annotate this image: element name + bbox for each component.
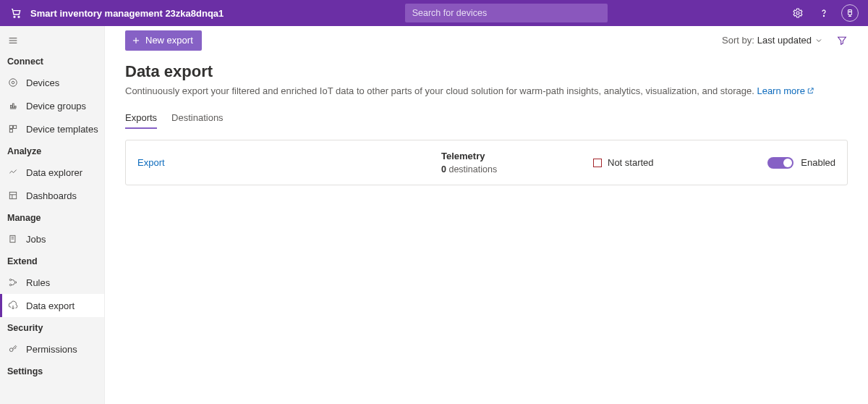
app-header: Smart inventory management 23zka8dnqa1 (0, 0, 868, 26)
telemetry-title: Telemetry (441, 151, 593, 161)
sort-by-dropdown[interactable]: Sort by: Last updated (722, 35, 823, 46)
sort-by-value: Last updated (757, 35, 812, 46)
page-title: Data export (125, 62, 848, 81)
export-name-link[interactable]: Export (137, 157, 165, 168)
svg-point-9 (12, 81, 14, 84)
sidebar-item-label: Device templates (26, 124, 98, 135)
svg-rect-11 (11, 105, 12, 108)
device-groups-icon (7, 100, 19, 111)
new-export-button[interactable]: New export (125, 30, 202, 51)
new-export-label: New export (145, 35, 193, 46)
search-box[interactable] (405, 4, 608, 22)
main-content: New export Sort by: Last updated Data ex… (105, 26, 868, 404)
export-enabled-cell: Enabled (741, 157, 835, 169)
sort-by-prefix: Sort by: (722, 35, 754, 46)
export-status-cell: Not started (593, 157, 741, 168)
not-started-icon (593, 159, 602, 167)
svg-point-2 (796, 12, 799, 14)
svg-rect-12 (12, 104, 14, 108)
svg-rect-17 (9, 192, 16, 198)
telemetry-subtitle: 0 destinations (441, 164, 593, 174)
enabled-toggle[interactable] (767, 157, 793, 169)
svg-rect-13 (14, 106, 16, 108)
data-export-icon (7, 300, 19, 311)
sidebar-item-data-export[interactable]: Data export (0, 294, 104, 317)
jobs-icon (7, 233, 19, 245)
tabs: Exports Destinations (125, 108, 848, 130)
help-icon[interactable] (814, 4, 833, 22)
sidebar-section-security: Security (0, 317, 104, 337)
search-input[interactable] (412, 8, 600, 18)
sidebar-item-label: Rules (26, 277, 50, 288)
sidebar-section-manage: Manage (0, 207, 104, 227)
learn-more-link[interactable]: Learn more (757, 85, 814, 96)
sidebar-item-jobs[interactable]: Jobs (0, 227, 104, 251)
sidebar-item-device-groups[interactable]: Device groups (0, 94, 104, 117)
export-row: Export Telemetry 0 destinations Not star… (125, 140, 848, 185)
device-templates-icon (7, 123, 19, 135)
page-description: Continuously export your filtered and en… (125, 85, 848, 96)
chevron-down-icon (814, 36, 823, 45)
sidebar-item-label: Data explorer (26, 167, 82, 178)
permissions-icon (7, 343, 19, 355)
svg-rect-15 (14, 125, 17, 128)
sidebar-item-data-explorer[interactable]: Data explorer (0, 161, 104, 184)
toolbar: New export Sort by: Last updated (105, 26, 868, 55)
svg-point-0 (14, 16, 15, 17)
filter-icon (836, 35, 848, 46)
export-name-cell: Export (137, 157, 441, 168)
sidebar-item-label: Permissions (26, 344, 77, 355)
svg-point-1 (18, 16, 20, 17)
sidebar-section-extend: Extend (0, 251, 104, 271)
settings-gear-icon[interactable] (788, 4, 807, 22)
export-telemetry-cell: Telemetry 0 destinations (441, 151, 593, 174)
sidebar: Connect Devices Device groups Device tem… (0, 26, 105, 404)
tab-destinations[interactable]: Destinations (171, 108, 224, 129)
app-logo-icon (6, 7, 26, 19)
svg-point-25 (14, 282, 16, 283)
sidebar-item-label: Device groups (26, 101, 86, 111)
svg-point-3 (823, 15, 824, 16)
user-avatar[interactable] (841, 4, 859, 22)
svg-point-23 (9, 279, 11, 280)
sidebar-item-label: Data export (26, 300, 75, 311)
devices-icon (7, 77, 19, 88)
sidebar-item-label: Jobs (26, 234, 46, 245)
sidebar-item-device-templates[interactable]: Device templates (0, 117, 104, 140)
filter-button[interactable] (836, 35, 848, 46)
app-title: Smart inventory management 23zka8dnqa1 (30, 8, 224, 19)
sidebar-item-devices[interactable]: Devices (0, 71, 104, 94)
enabled-label: Enabled (801, 157, 835, 168)
svg-rect-16 (9, 130, 12, 132)
svg-rect-14 (9, 125, 12, 128)
svg-point-8 (9, 79, 17, 87)
sidebar-section-settings: Settings (0, 361, 104, 381)
sidebar-item-permissions[interactable]: Permissions (0, 337, 104, 361)
status-text: Not started (608, 157, 654, 168)
svg-point-26 (9, 348, 13, 352)
tab-exports[interactable]: Exports (125, 108, 157, 129)
rules-icon (7, 277, 19, 288)
sidebar-item-label: Dashboards (26, 190, 77, 201)
svg-point-24 (9, 284, 11, 285)
sidebar-item-label: Devices (26, 77, 59, 88)
sidebar-section-connect: Connect (0, 51, 104, 71)
sidebar-item-rules[interactable]: Rules (0, 271, 104, 294)
data-explorer-icon (7, 167, 19, 178)
sidebar-item-dashboards[interactable]: Dashboards (0, 184, 104, 207)
sidebar-section-analyze: Analyze (0, 140, 104, 161)
dashboards-icon (7, 190, 19, 201)
collapse-menu-icon[interactable] (7, 35, 19, 46)
